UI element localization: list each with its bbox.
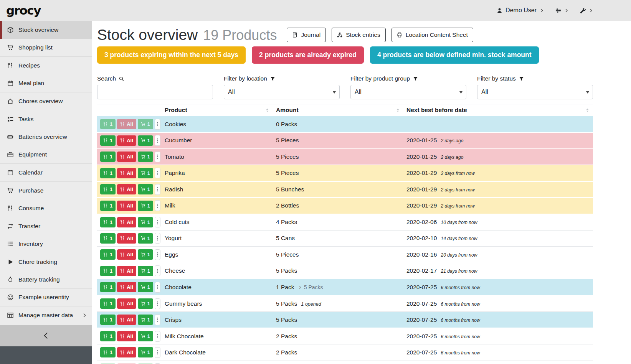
row-menu-button[interactable] xyxy=(155,184,160,195)
consume-all-button[interactable]: All xyxy=(117,119,136,129)
table-row[interactable]: 1 All 1 xyxy=(97,198,593,214)
sort-icon[interactable] xyxy=(395,108,400,113)
add-to-shopping-list-button[interactable]: 1 xyxy=(138,249,153,260)
column-header-amount[interactable]: Amount xyxy=(273,104,403,116)
row-menu-button[interactable] xyxy=(155,331,160,342)
consume-all-button[interactable]: All xyxy=(117,152,136,162)
table-row[interactable]: 1 All 1 xyxy=(97,165,593,181)
add-to-shopping-list-button[interactable]: 1 xyxy=(138,135,153,146)
row-menu-button[interactable] xyxy=(155,119,160,130)
consume-one-button[interactable]: 1 xyxy=(100,201,116,211)
column-header-product[interactable]: Product xyxy=(162,104,273,116)
consume-all-button[interactable]: All xyxy=(117,249,136,260)
table-row[interactable]: 1 All 1 xyxy=(97,295,593,312)
admin-menu[interactable] xyxy=(580,8,593,13)
add-to-shopping-list-button[interactable]: 1 xyxy=(138,331,153,341)
consume-one-button[interactable]: 1 xyxy=(100,331,116,341)
toolbar-button[interactable]: Journal xyxy=(287,28,326,42)
sidebar-item[interactable]: Shopping list xyxy=(0,39,92,57)
collapse-sidebar-button[interactable] xyxy=(0,325,92,346)
consume-one-button[interactable]: 1 xyxy=(100,184,116,194)
sidebar-item[interactable]: Purchase xyxy=(0,182,92,200)
table-row[interactable]: 1 All 1 xyxy=(97,149,593,165)
sidebar-item[interactable]: Inventory xyxy=(0,235,92,253)
add-to-shopping-list-button[interactable]: 1 xyxy=(138,347,153,357)
row-menu-button[interactable] xyxy=(155,249,160,260)
add-to-shopping-list-button[interactable]: 1 xyxy=(138,201,153,211)
add-to-shopping-list-button[interactable]: 1 xyxy=(138,266,153,276)
sidebar-item[interactable]: Example userentity xyxy=(0,289,92,307)
sort-icon[interactable] xyxy=(265,108,270,113)
status-banner[interactable]: 3 products expiring within the next 5 da… xyxy=(97,46,246,64)
consume-all-button[interactable]: All xyxy=(117,347,136,357)
table-row[interactable]: 1 All 1 xyxy=(97,230,593,247)
table-row[interactable]: 1 All 1 xyxy=(97,328,593,344)
sidebar-item[interactable]: Transfer xyxy=(0,217,92,236)
consume-all-button[interactable]: All xyxy=(117,168,136,178)
consume-one-button[interactable]: 1 xyxy=(100,249,116,260)
add-to-shopping-list-button[interactable]: 1 xyxy=(138,233,153,244)
consume-one-button[interactable]: 1 xyxy=(100,298,116,309)
consume-one-button[interactable]: 1 xyxy=(100,233,116,244)
row-menu-button[interactable] xyxy=(155,233,160,244)
table-row[interactable]: 1 All 1 xyxy=(97,247,593,263)
consume-all-button[interactable]: All xyxy=(117,298,136,309)
table-row[interactable]: 1 All 1 xyxy=(97,116,593,133)
row-menu-button[interactable] xyxy=(155,282,160,293)
consume-one-button[interactable]: 1 xyxy=(100,152,116,162)
sidebar-item[interactable]: Stock overview xyxy=(0,21,92,39)
toolbar-button[interactable]: Location Content Sheet xyxy=(391,28,473,42)
sidebar-item[interactable]: Calendar xyxy=(0,164,92,182)
table-row[interactable]: 1 All 1 xyxy=(97,279,593,296)
table-row[interactable]: 1 All 1 xyxy=(97,263,593,279)
row-menu-button[interactable] xyxy=(155,265,160,276)
row-menu-button[interactable] xyxy=(155,315,160,325)
add-to-shopping-list-button[interactable]: 1 xyxy=(138,217,153,227)
app-logo[interactable]: grocy xyxy=(6,3,41,17)
sidebar-item[interactable]: Batteries overview xyxy=(0,128,92,146)
sidebar-item[interactable]: Meal plan xyxy=(0,75,92,93)
status-banner[interactable]: 2 products are already expired xyxy=(252,46,364,64)
consume-one-button[interactable]: 1 xyxy=(100,217,116,227)
consume-all-button[interactable]: All xyxy=(117,135,136,146)
consume-one-button[interactable]: 1 xyxy=(100,119,116,129)
sort-icon[interactable] xyxy=(585,108,590,113)
consume-all-button[interactable]: All xyxy=(117,266,136,276)
filter-select[interactable]: All xyxy=(350,85,466,99)
table-row[interactable]: 1 All 1 xyxy=(97,132,593,149)
table-row[interactable]: 1 All 1 xyxy=(97,181,593,198)
filter-select[interactable]: All xyxy=(477,85,593,99)
consume-one-button[interactable]: 1 xyxy=(100,282,116,292)
row-menu-button[interactable] xyxy=(155,217,160,227)
row-menu-button[interactable] xyxy=(155,200,160,211)
add-to-shopping-list-button[interactable]: 1 xyxy=(138,315,153,325)
search-input[interactable] xyxy=(97,85,213,99)
sidebar-item[interactable]: Consume xyxy=(0,199,92,217)
consume-all-button[interactable]: All xyxy=(117,184,136,194)
consume-all-button[interactable]: All xyxy=(117,217,136,227)
consume-one-button[interactable]: 1 xyxy=(100,347,116,357)
toolbar-button[interactable]: Stock entries xyxy=(332,28,386,42)
settings-menu[interactable] xyxy=(555,8,568,13)
consume-all-button[interactable]: All xyxy=(117,233,136,244)
table-row[interactable]: 1 All 1 xyxy=(97,344,593,361)
consume-one-button[interactable]: 1 xyxy=(100,168,116,178)
column-header-date[interactable]: Next best before date xyxy=(403,104,593,116)
add-to-shopping-list-button[interactable]: 1 xyxy=(138,168,153,178)
consume-one-button[interactable]: 1 xyxy=(100,266,116,276)
table-row[interactable]: 1 All 1 xyxy=(97,214,593,231)
table-row[interactable]: 1 All 1 xyxy=(97,312,593,328)
status-banner[interactable]: 4 products are below defined min. stock … xyxy=(370,46,539,64)
add-to-shopping-list-button[interactable]: 1 xyxy=(138,119,153,129)
row-menu-button[interactable] xyxy=(155,168,160,178)
consume-all-button[interactable]: All xyxy=(117,315,136,325)
sidebar-item[interactable]: Battery tracking xyxy=(0,271,92,289)
consume-one-button[interactable]: 1 xyxy=(100,135,116,146)
consume-all-button[interactable]: All xyxy=(117,282,136,292)
add-to-shopping-list-button[interactable]: 1 xyxy=(138,152,153,162)
sidebar-item[interactable]: Chore tracking xyxy=(0,253,92,271)
sidebar-item[interactable]: Manage master data xyxy=(0,306,92,324)
consume-all-button[interactable]: All xyxy=(117,331,136,341)
sidebar-item[interactable]: Recipes xyxy=(0,57,92,75)
user-menu[interactable]: Demo User xyxy=(497,7,544,14)
